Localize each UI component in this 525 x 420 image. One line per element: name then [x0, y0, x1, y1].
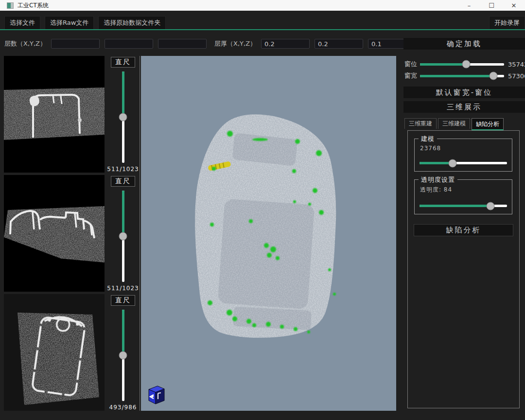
toolbar: 选择文件 选择Raw文件 选择原始数据文件夹 开始录屏	[0, 17, 525, 29]
window-width-label: 窗宽	[404, 71, 417, 80]
modeling-group-title: 建模	[419, 135, 437, 143]
toolbar-accent-line	[0, 29, 525, 30]
window-width-value: 57306	[508, 72, 525, 80]
3d-display-button[interactable]: 三维展示	[403, 101, 525, 113]
thickness-y-input[interactable]	[315, 39, 363, 49]
window-level-slider-thumb[interactable]	[462, 60, 471, 69]
slice-3-slider-thumb[interactable]	[119, 351, 127, 360]
minimize-button[interactable]: –	[458, 0, 480, 11]
slice-2-position: 511/1023	[106, 285, 140, 292]
window-level-row: 窗位 35742	[403, 60, 525, 68]
window-width-slider-thumb[interactable]	[489, 72, 497, 80]
layers-x-input[interactable]	[51, 39, 100, 49]
modeling-slider[interactable]	[420, 162, 507, 164]
window-level-label: 窗位	[404, 60, 417, 69]
slice-1-slider[interactable]	[122, 71, 124, 163]
panel-splitter[interactable]	[140, 56, 140, 411]
default-window-button[interactable]: 默认窗宽-窗位	[403, 87, 525, 98]
layers-z-input[interactable]	[158, 39, 207, 49]
app-icon	[7, 2, 14, 9]
maximize-button[interactable]: ☐	[480, 0, 503, 11]
ruler-label-2: 直尺	[111, 176, 135, 187]
slice-1-position: 511/1023	[106, 166, 140, 173]
opacity-groupbox: 透明度设置 透明度: 84	[414, 179, 512, 214]
ruler-label-1: 直尺	[111, 57, 135, 68]
window-level-value: 35742	[508, 61, 525, 68]
thickness-x-input[interactable]	[261, 39, 310, 49]
defect-analysis-panel: 建模 23768 透明度设置 透明度: 84 缺陷分析	[407, 130, 520, 408]
3d-viewer-canvas[interactable]	[141, 56, 396, 411]
parameter-row: 层数（X,Y,Z） 层厚（X,Y,Z）	[0, 38, 402, 50]
close-button[interactable]: ✕	[503, 0, 525, 11]
slice-1-controls: 直尺 511/1023	[106, 57, 140, 173]
opacity-group-title: 透明度设置	[419, 175, 457, 184]
tab-defect-analysis[interactable]: 缺陷分析	[472, 118, 504, 130]
slice-3-slider[interactable]	[122, 310, 124, 401]
confirm-load-button[interactable]: 确定加载	[403, 38, 525, 50]
window-level-slider[interactable]	[420, 63, 504, 66]
modeling-value: 23768	[420, 145, 441, 152]
opacity-slider[interactable]	[420, 205, 507, 207]
viewer-logo-cube	[145, 385, 166, 405]
modeling-slider-thumb[interactable]	[449, 159, 457, 167]
ct-slice-view-3[interactable]	[4, 294, 105, 411]
window-title: 工业CT系统	[18, 1, 49, 10]
layers-y-input[interactable]	[105, 39, 153, 49]
select-file-button[interactable]: 选择文件	[4, 16, 40, 30]
opacity-value-label: 透明度: 84	[420, 186, 452, 194]
analysis-tabs: 三维重建 三维建模 缺陷分析	[404, 118, 524, 129]
start-record-button[interactable]: 开始录屏	[489, 16, 525, 30]
ct-slice-view-1[interactable]	[4, 56, 105, 173]
window-width-slider[interactable]	[420, 75, 504, 77]
ct-slice-view-2[interactable]	[4, 175, 105, 292]
opacity-slider-thumb[interactable]	[486, 202, 494, 210]
select-folder-button[interactable]: 选择原始数据文件夹	[98, 16, 166, 30]
ruler-label-3: 直尺	[111, 295, 135, 306]
tab-3d-reconstruction[interactable]: 三维重建	[404, 118, 437, 129]
select-raw-button[interactable]: 选择Raw文件	[45, 16, 94, 30]
slice-3-controls: 直尺 493/986	[106, 295, 140, 411]
defect-analyze-button[interactable]: 缺陷分析	[414, 224, 513, 236]
slice-1-slider-thumb[interactable]	[119, 113, 127, 122]
slice-2-slider[interactable]	[122, 191, 124, 282]
slice-3-position: 493/986	[106, 404, 140, 411]
thickness-label: 层厚（X,Y,Z）	[214, 39, 256, 48]
layers-label: 层数（X,Y,Z）	[4, 39, 46, 48]
titlebar: 工业CT系统 – ☐ ✕	[0, 0, 525, 11]
slice-2-controls: 直尺 511/1023	[106, 176, 140, 292]
window-width-row: 窗宽 57306	[403, 72, 525, 80]
modeling-groupbox: 建模 23768	[414, 139, 512, 172]
tab-3d-modeling[interactable]: 三维建模	[438, 118, 470, 129]
slice-2-slider-thumb[interactable]	[119, 232, 127, 241]
